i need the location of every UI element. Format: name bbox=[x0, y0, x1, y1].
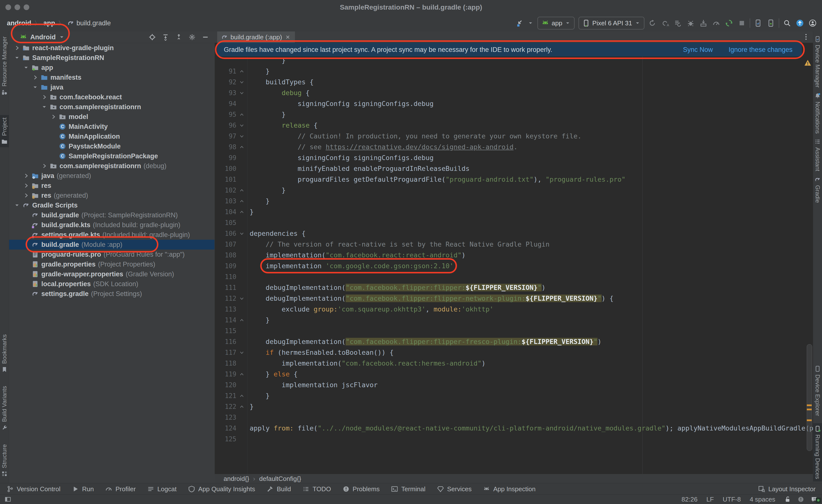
tree-item-res[interactable]: res bbox=[9, 181, 215, 190]
line-separator[interactable]: LF bbox=[706, 496, 714, 503]
ide-update-icon[interactable] bbox=[796, 19, 804, 27]
editor-scrollbar[interactable] bbox=[806, 43, 813, 474]
project-view-selector[interactable]: Android bbox=[19, 33, 65, 41]
chevron-down-icon[interactable] bbox=[22, 64, 30, 71]
tool-stripe-structure[interactable]: Structure bbox=[1, 442, 8, 479]
fold-close-icon[interactable] bbox=[237, 66, 247, 77]
code-line-104[interactable]: 104} bbox=[215, 206, 813, 217]
fold-close-icon[interactable] bbox=[237, 390, 247, 401]
sync-gradle-icon[interactable] bbox=[725, 19, 733, 27]
tree-item-res--generated-[interactable]: res(generated) bbox=[9, 190, 215, 200]
tree-item-build-gradle--module-app-[interactable]: build.gradle(Module :app) bbox=[9, 240, 215, 249]
toolwindow-button-services[interactable]: Services bbox=[437, 485, 472, 493]
tool-stripe-gradle[interactable]: Gradle bbox=[814, 174, 821, 205]
fold-open-icon[interactable] bbox=[237, 131, 247, 142]
tree-item-java[interactable]: java bbox=[9, 82, 215, 92]
code-line-95[interactable]: 95 } bbox=[215, 109, 813, 120]
fold-open-icon[interactable] bbox=[237, 120, 247, 131]
chevron-right-icon[interactable] bbox=[22, 182, 30, 189]
tree-item-build-gradle-kts--included-build-gradle-plugin-[interactable]: build.gradle.kts(Included build: gradle-… bbox=[9, 220, 215, 230]
breadcrumb-app[interactable]: app bbox=[43, 19, 55, 27]
fold-open-icon[interactable] bbox=[237, 347, 247, 358]
unlock-icon[interactable] bbox=[784, 496, 791, 503]
fold-close-icon[interactable] bbox=[237, 109, 247, 120]
tree-item-gradle-scripts[interactable]: Gradle Scripts bbox=[9, 200, 215, 210]
code-line-107[interactable]: 107 // The version of react-native is se… bbox=[215, 239, 813, 250]
chevron-right-icon[interactable] bbox=[49, 114, 58, 120]
close-icon[interactable] bbox=[285, 34, 291, 40]
code-line-partial[interactable]: } bbox=[215, 55, 813, 66]
tree-item-java--generated-[interactable]: java(generated) bbox=[9, 171, 215, 181]
toolwindow-button-logcat[interactable]: Logcat bbox=[147, 485, 176, 493]
code-line-121[interactable]: 121 } bbox=[215, 390, 813, 401]
tool-stripe-device-explorer[interactable]: Device Explorer bbox=[814, 363, 821, 418]
code-line-110[interactable]: 110 bbox=[215, 272, 813, 282]
fold-close-icon[interactable] bbox=[237, 369, 247, 380]
chevron-right-icon[interactable] bbox=[31, 74, 40, 81]
code-line-123[interactable]: 123 bbox=[215, 412, 813, 423]
code-line-94[interactable]: 94 signingConfig signingConfigs.debug bbox=[215, 98, 813, 109]
tree-item-gradle-properties--project-properties-[interactable]: gradle.properties(Project Properties) bbox=[9, 260, 215, 269]
tree-item-mainapplication[interactable]: CMainApplication bbox=[9, 131, 215, 141]
tree-item-proguard-rules-pro--proguard-rules-for-app-[interactable]: proguard-rules.pro(ProGuard Rules for ":… bbox=[9, 249, 215, 260]
code-line-122[interactable]: 122} bbox=[215, 401, 813, 412]
tree-item-com-sampleregistrationrn[interactable]: com.sampleregistrationrn bbox=[9, 102, 215, 112]
code-line-112[interactable]: 112 debugImplementation("com.facebook.fl… bbox=[215, 293, 813, 304]
toolwindow-button-profiler[interactable]: Profiler bbox=[105, 485, 135, 493]
chevron-right-icon[interactable] bbox=[40, 94, 49, 100]
tool-stripe-notifications[interactable]: Notifications bbox=[814, 90, 821, 136]
tree-item-react-native-gradle-plugin[interactable]: react-native-gradle-plugin bbox=[9, 43, 215, 53]
fold-close-icon[interactable] bbox=[237, 142, 247, 152]
chevron-right-icon[interactable] bbox=[13, 45, 21, 51]
toolwindow-button-app-quality-insights[interactable]: App Quality Insights bbox=[188, 485, 255, 493]
chevron-down-icon[interactable] bbox=[13, 55, 21, 61]
chevron-right-icon[interactable] bbox=[22, 192, 30, 199]
toolwindow-button-todo[interactable]: TODO bbox=[302, 485, 331, 493]
code-line-92[interactable]: 92 buildTypes { bbox=[215, 77, 813, 87]
code-line-113[interactable]: 113 exclude group:'com.squareup.okhttp3'… bbox=[215, 304, 813, 315]
code-line-120[interactable]: 120 implementation jscFlavor bbox=[215, 380, 813, 390]
tree-item-mainactivity[interactable]: CMainActivity bbox=[9, 122, 215, 131]
code-line-125[interactable]: 125 bbox=[215, 434, 813, 445]
crumb-defaultconfig[interactable]: defaultConfig{} bbox=[259, 475, 301, 483]
chevron-down-icon[interactable] bbox=[13, 202, 21, 208]
chevron-right-icon[interactable] bbox=[22, 172, 30, 179]
tree-item-paystackmodule[interactable]: CPaystackModule bbox=[9, 141, 215, 151]
tab-build-gradle-app[interactable]: build.gradle (:app) bbox=[217, 31, 295, 43]
device-manager-icon[interactable] bbox=[754, 19, 762, 27]
search-icon[interactable] bbox=[783, 19, 791, 27]
code-line-93[interactable]: 93 debug { bbox=[215, 87, 813, 98]
scrollbar-thumb[interactable] bbox=[807, 344, 812, 451]
tree-item-local-properties--sdk-location-[interactable]: local.properties(SDK Location) bbox=[9, 279, 215, 289]
fold-open-icon[interactable] bbox=[237, 87, 247, 98]
debug-icon[interactable] bbox=[687, 19, 695, 27]
code-line-102[interactable]: 102 } bbox=[215, 185, 813, 196]
crumb-android[interactable]: android{} bbox=[224, 475, 249, 483]
rerun-tests-icon[interactable] bbox=[674, 19, 682, 27]
warning-icon[interactable] bbox=[804, 59, 812, 67]
scrollbar-occurrence-mark[interactable] bbox=[807, 409, 812, 410]
fold-close-icon[interactable] bbox=[237, 185, 247, 196]
toolwindow-button-build[interactable]: Build bbox=[266, 485, 291, 493]
run-configuration-selector[interactable]: app bbox=[537, 17, 574, 29]
tree-item-settings-gradle--project-settings-[interactable]: settings.gradle(Project Settings) bbox=[9, 289, 215, 299]
tool-stripe-running-devices[interactable]: Running Devices bbox=[813, 423, 822, 481]
tree-item-sampleregistrationpackage[interactable]: CSampleRegistrationPackage bbox=[9, 151, 215, 161]
settings-gear-icon[interactable] bbox=[188, 33, 196, 41]
attach-debugger-icon[interactable] bbox=[700, 19, 707, 27]
code-line-115[interactable]: 115 bbox=[215, 326, 813, 336]
toolwindow-button-layout-inspector[interactable]: Layout Inspector bbox=[758, 485, 816, 493]
tree-item-manifests[interactable]: manifests bbox=[9, 72, 215, 82]
fold-open-icon[interactable] bbox=[237, 77, 247, 87]
code-line-99[interactable]: 99 signingConfig signingConfigs.debug bbox=[215, 152, 813, 163]
chevron-right-icon[interactable] bbox=[40, 163, 49, 169]
tool-stripe-device-manager[interactable]: Device Manager bbox=[814, 33, 821, 90]
fold-close-icon[interactable] bbox=[237, 401, 247, 412]
more-vertical-icon[interactable] bbox=[802, 33, 810, 41]
toolwindow-button-run[interactable]: Run bbox=[72, 485, 94, 493]
fold-close-icon[interactable] bbox=[237, 315, 247, 326]
code-line-111[interactable]: 111 debugImplementation("com.facebook.fl… bbox=[215, 282, 813, 293]
toolwindow-button-terminal[interactable]: Terminal bbox=[391, 485, 425, 493]
code-line-124[interactable]: 124apply from: file("../../node_modules/… bbox=[215, 423, 813, 434]
code-line-91[interactable]: 91 } bbox=[215, 66, 813, 77]
